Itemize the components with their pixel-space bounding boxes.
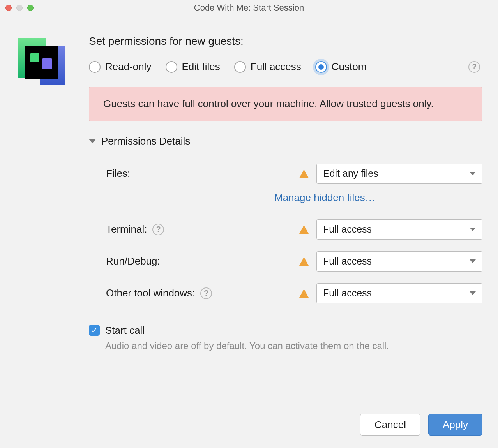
manage-hidden-files-link[interactable]: Manage hidden files… — [274, 192, 375, 203]
apply-button[interactable]: Apply — [428, 414, 482, 436]
cancel-button[interactable]: Cancel — [360, 414, 420, 436]
other-tool-windows-select-value: Full access — [323, 287, 372, 299]
warning-icon — [299, 169, 309, 178]
help-icon[interactable]: ? — [468, 61, 480, 73]
start-call-label: Start call — [105, 325, 145, 337]
permissions-details-title: Permissions Details — [101, 135, 190, 147]
warning-banner: Guests can have full control over your m… — [89, 87, 482, 121]
window-title: Code With Me: Start Session — [0, 3, 498, 13]
radio-icon — [89, 61, 101, 73]
radio-custom-label: Custom — [332, 61, 367, 73]
radio-full-access-label: Full access — [251, 61, 301, 73]
app-icon — [18, 38, 65, 85]
warning-icon — [299, 289, 309, 298]
chevron-down-icon — [470, 291, 476, 295]
files-select-value: Edit any files — [323, 168, 378, 179]
fullscreen-window-button[interactable] — [27, 5, 34, 11]
files-select[interactable]: Edit any files — [316, 164, 482, 184]
warning-icon — [299, 225, 309, 234]
chevron-down-icon — [470, 228, 476, 231]
dialog-buttons: Cancel Apply — [360, 414, 482, 436]
radio-custom[interactable]: Custom — [315, 61, 367, 73]
radio-edit-files-label: Edit files — [182, 61, 220, 73]
chevron-down-icon — [470, 259, 476, 263]
help-icon[interactable]: ? — [200, 287, 212, 299]
terminal-select[interactable]: Full access — [316, 219, 482, 240]
minimize-window-button[interactable] — [16, 5, 23, 11]
permissions-heading: Set permissions for new guests: — [89, 35, 482, 48]
start-call-checkbox[interactable]: ✓ — [89, 325, 100, 336]
chevron-down-icon — [470, 172, 476, 175]
start-call-hint: Audio and video are off by default. You … — [89, 340, 482, 351]
other-tool-windows-select[interactable]: Full access — [316, 283, 482, 303]
divider — [200, 141, 482, 141]
warning-icon — [299, 257, 309, 266]
help-icon[interactable]: ? — [152, 224, 164, 235]
radio-edit-files[interactable]: Edit files — [166, 61, 220, 73]
close-window-button[interactable] — [5, 5, 12, 11]
permissions-radio-group: Read-only Edit files Full access Custom … — [89, 61, 482, 73]
permissions-details-toggle[interactable]: Permissions Details — [89, 135, 482, 147]
terminal-label: Terminal: — [106, 223, 147, 235]
radio-read-only[interactable]: Read-only — [89, 61, 152, 73]
run-debug-select[interactable]: Full access — [316, 251, 482, 272]
radio-icon — [315, 61, 327, 73]
svg-rect-3 — [42, 69, 52, 72]
run-debug-label: Run/Debug: — [106, 255, 160, 267]
chevron-down-icon — [89, 139, 96, 143]
window-controls — [5, 5, 34, 11]
radio-icon — [234, 61, 246, 73]
radio-full-access[interactable]: Full access — [234, 61, 301, 73]
run-debug-select-value: Full access — [323, 256, 372, 267]
svg-rect-1 — [30, 62, 39, 65]
files-label: Files: — [106, 168, 130, 180]
radio-icon — [166, 61, 177, 73]
other-tool-windows-label: Other tool windows: — [106, 287, 195, 299]
titlebar: Code With Me: Start Session — [0, 0, 498, 16]
terminal-select-value: Full access — [323, 224, 372, 235]
radio-read-only-label: Read-only — [105, 61, 152, 73]
